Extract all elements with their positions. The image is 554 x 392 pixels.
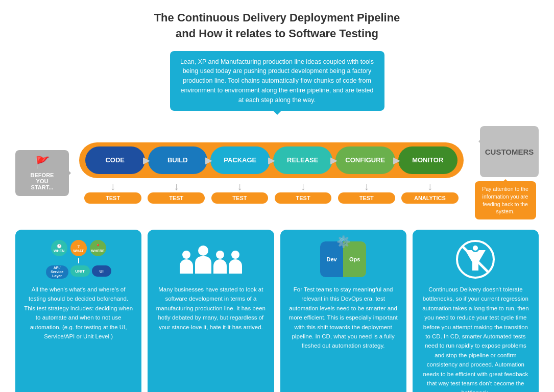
ui-badge: UI [92, 265, 111, 277]
wwwh-diagram: 🕐 WHEN ? WHAT 📍 WHERE [46, 240, 111, 279]
ops-label: Ops [349, 256, 360, 262]
where-circle: 📍 WHERE [90, 240, 106, 256]
title-line1: The Continuous Delivery Deployment Pipel… [154, 11, 400, 24]
person-3 [213, 251, 227, 274]
no-bottleneck-diagram [455, 239, 496, 280]
test-row: ↓ TEST ↓ TEST ↓ TEST ↓ TEST ↓ TEST [79, 181, 464, 204]
pipeline-section: 🚩 BEFORE YOU START... CODE ▶ BUILD ▶ PAC… [15, 126, 539, 219]
page: The Continuous Delivery Deployment Pipel… [0, 0, 554, 392]
customers-label: CUSTOMERS [485, 148, 534, 156]
test-pill-2: TEST [148, 192, 205, 204]
customers-section: CUSTOMERS Pay attention to the informati… [472, 126, 539, 219]
arrow-release-configure: ▶ [330, 155, 338, 166]
tooltip-text: Lean, XP and Manufacturing production li… [180, 58, 374, 104]
card-1-text: All the when's what's and where's of tes… [23, 285, 133, 341]
when-label: WHEN [54, 249, 64, 253]
person-4 [229, 251, 242, 274]
down-arrow-6: ↓ [427, 181, 432, 191]
when-circle: 🕐 WHEN [51, 240, 67, 256]
api-badge: API/ServiceLayer [46, 265, 68, 279]
card-when-what-where: 🕐 WHEN ? WHAT 📍 WHERE [15, 230, 141, 392]
connector-line [78, 258, 79, 263]
person-2-head [198, 246, 208, 256]
customers-box: CUSTOMERS [480, 126, 539, 177]
no-bottleneck-svg [455, 239, 496, 280]
test-pill-4: TEST [275, 192, 332, 204]
where-label: WHERE [91, 249, 105, 253]
gear-icon: ⚙️ [336, 235, 350, 249]
svg-point-3 [473, 246, 478, 251]
title-line2: and How it relates to Software Testing [176, 27, 378, 40]
down-arrow-1: ↓ [110, 181, 115, 191]
clock-icon: 🕐 [57, 244, 62, 249]
person-2-body [195, 256, 211, 274]
card-4-text: Continuous Delivery doesn't tolerate bot… [421, 285, 531, 392]
down-arrow-4: ↓ [301, 181, 306, 191]
test-cell-1: ↓ TEST [81, 181, 144, 204]
test-cell-4: ↓ TEST [272, 181, 335, 204]
test-pill-3: TEST [211, 192, 269, 204]
arrow-build-package: ▶ [205, 155, 212, 166]
card-bottleneck: Continuous Delivery doesn't tolerate bot… [413, 230, 539, 392]
bottom-cards: 🕐 WHEN ? WHAT 📍 WHERE [15, 230, 539, 392]
test-cell-2: ↓ TEST [144, 181, 208, 204]
title-section: The Continuous Delivery Deployment Pipel… [15, 10, 539, 42]
stage-package: PACKAGE [210, 146, 270, 174]
stage-code: CODE [85, 146, 145, 174]
card-2-text: Many businesses have started to look at … [156, 285, 266, 332]
down-arrow-5: ↓ [364, 181, 369, 191]
test-cell-3: ↓ TEST [208, 181, 271, 204]
test-cell-6: ↓ ANALYTICS [398, 181, 462, 204]
unit-badge: UNIT [70, 265, 90, 277]
test-pill-1: TEST [84, 192, 141, 204]
question-icon: ? [77, 244, 80, 249]
pay-attention-text: Pay attention to the information you are… [482, 186, 528, 214]
info-tooltip: Lean, XP and Manufacturing production li… [170, 51, 384, 111]
pipeline-bar: CODE ▶ BUILD ▶ PACKAGE ▶ RELEASE ▶ CONFI… [79, 142, 464, 178]
stage-build: BUILD [148, 146, 208, 174]
location-icon: 📍 [95, 244, 101, 249]
person-4-head [231, 251, 239, 259]
flag-icon: 🚩 [35, 156, 50, 170]
stage-release: RELEASE [273, 146, 333, 174]
wwwh-top-row: 🕐 WHEN ? WHAT 📍 WHERE [51, 240, 106, 256]
person-1-body [180, 259, 193, 274]
wwwh-bottom-row: API/ServiceLayer UNIT UI [46, 265, 111, 279]
arrow-configure-monitor: ▶ [393, 155, 400, 166]
person-3-body [213, 259, 227, 274]
before-start-box: 🚩 BEFORE YOU START... [15, 150, 69, 196]
wwwh-icon-area: 🕐 WHEN ? WHAT 📍 WHERE [46, 239, 111, 280]
arrow-code-build: ▶ [143, 155, 150, 166]
people-diagram [180, 246, 242, 274]
arrow-package-release: ▶ [268, 155, 275, 166]
what-circle: ? WHAT [70, 240, 87, 256]
down-arrow-3: ↓ [237, 181, 242, 191]
card-devops: Dev Ops ⚙️ For Test teams to stay meanin… [280, 230, 406, 392]
card-businesses: Many businesses have started to look at … [148, 230, 274, 392]
before-start-label: BEFORE YOU START... [31, 172, 54, 190]
test-pill-6: ANALYTICS [401, 192, 459, 204]
person-3-head [216, 251, 224, 259]
person-1-head [182, 251, 190, 259]
person-1 [180, 251, 193, 274]
test-cell-5: ↓ TEST [335, 181, 398, 204]
devops-icon-area: Dev Ops ⚙️ [320, 239, 366, 280]
devops-wrapper: Dev Ops ⚙️ [320, 241, 366, 277]
person-4-body [229, 259, 242, 274]
person-2 [195, 246, 211, 274]
pipeline-main: CODE ▶ BUILD ▶ PACKAGE ▶ RELEASE ▶ CONFI… [79, 142, 464, 204]
test-pill-5: TEST [338, 192, 395, 204]
stage-monitor: MONITOR [398, 146, 458, 174]
down-arrow-2: ↓ [174, 181, 179, 191]
main-title: The Continuous Delivery Deployment Pipel… [15, 10, 539, 42]
people-icon-area [180, 239, 242, 280]
card-3-text: For Test teams to stay meaningful and re… [288, 285, 398, 351]
pay-attention-bubble: Pay attention to the information you are… [475, 181, 536, 219]
bottleneck-icon-area [455, 239, 496, 280]
stage-configure: CONFIGURE [335, 146, 395, 174]
dev-label: Dev [327, 256, 337, 262]
what-label: WHAT [73, 249, 83, 253]
